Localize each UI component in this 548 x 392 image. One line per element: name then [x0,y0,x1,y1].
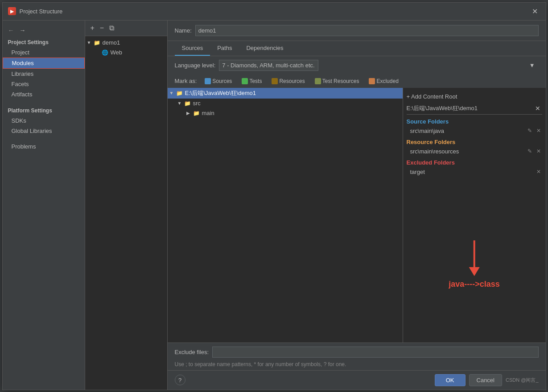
add-content-root-button[interactable]: + Add Content Root [407,91,542,102]
sidebar: ← → Project Settings Project Modules Lib… [3,21,85,390]
source-folder-actions: ✎ ✕ [526,128,542,134]
excluded-folders-title: Excluded Folders [407,156,542,168]
platform-settings-label: Platform Settings [3,105,85,116]
file-expand-arrow-src: ▼ [177,101,184,106]
source-folder-path: src\main\java [410,128,445,134]
file-tree-node-main[interactable]: ▶ 📁 main [168,108,403,118]
file-tree-label-demo1: E:\后端\JavaWeb\狂\demo1 [185,89,256,97]
test-resources-icon [315,78,321,84]
right-panel: Name: Sources Paths Dependencies Languag… [168,21,546,390]
cancel-button[interactable]: Cancel [469,374,502,386]
info-panel: + Add Content Root E:\后端\JavaWeb\狂\demo1… [403,88,546,342]
expand-arrow-demo1: ▼ [87,40,93,45]
content-root-path: E:\后端\JavaWeb\狂\demo1 [407,104,478,112]
tree-node-demo1[interactable]: ▼ 📁 demo1 [85,38,167,48]
file-tree: ▼ 📁 E:\后端\JavaWeb\狂\demo1 ▼ 📁 src ▶ 📁 ma… [168,88,403,342]
resource-folder-item: src\main\resources ✎ ✕ [407,147,542,156]
ok-button[interactable]: OK [435,374,466,386]
bottom-bar: ? OK Cancel CSDN @闲言_ [168,370,546,390]
copy-button[interactable]: ⧉ [107,23,116,33]
title-bar: ▶ Project Structure ✕ [3,3,546,21]
file-expand-arrow-demo1: ▼ [169,91,176,95]
tree-node-web[interactable]: 🌐 Web [85,48,167,58]
project-structure-dialog: ▶ Project Structure ✕ ← → Project Settin… [2,2,546,390]
edit-resource-folder-button[interactable]: ✎ [526,148,533,154]
app-icon: ▶ [8,7,16,15]
tests-icon [242,78,248,84]
tree-label-demo1: demo1 [103,39,120,46]
tree-label-web: Web [111,49,123,56]
tabs-row: Sources Paths Dependencies [168,41,546,56]
sidebar-item-artifacts[interactable]: Artifacts [3,89,85,99]
web-icon: 🌐 [101,49,109,56]
file-tree-label-main: main [202,110,214,116]
mark-test-resources-button[interactable]: Test Resources [311,77,363,85]
content-split: ▼ 📁 E:\后端\JavaWeb\狂\demo1 ▼ 📁 src ▶ 📁 ma… [168,88,546,342]
content-root-close-button[interactable]: ✕ [533,105,542,112]
forward-button[interactable]: → [18,26,28,35]
help-button[interactable]: ? [175,375,185,385]
language-select[interactable]: 7 - Diamonds, ARM, multi-catch etc. [219,60,318,71]
sidebar-item-problems[interactable]: Problems [3,141,85,152]
sidebar-item-global-libraries[interactable]: Global Libraries [3,126,85,136]
remove-source-folder-button[interactable]: ✕ [535,128,542,134]
module-tree: ▼ 📁 demo1 🌐 Web [85,36,167,390]
main-content: ← → Project Settings Project Modules Lib… [3,21,546,390]
mark-as-label: Mark as: [175,78,197,84]
excluded-icon [369,78,375,84]
left-panel: + − ⧉ ▼ 📁 demo1 🌐 Web [85,21,168,390]
arrow-annotation: java---->class [449,240,500,289]
file-folder-icon-main: 📁 [193,110,201,117]
back-button[interactable]: ← [6,26,16,35]
file-tree-node-demo1[interactable]: ▼ 📁 E:\后端\JavaWeb\狂\demo1 [168,88,403,99]
sidebar-item-sdks[interactable]: SDKs [3,116,85,126]
folder-icon-demo1: 📁 [93,39,101,46]
remove-resource-folder-button[interactable]: ✕ [535,148,542,154]
content-root-header: E:\后端\JavaWeb\狂\demo1 ✕ [407,102,542,115]
file-tree-node-src[interactable]: ▼ 📁 src [168,99,403,108]
name-row: Name: [168,21,546,41]
sidebar-item-project[interactable]: Project [3,47,85,58]
exclude-files-hint: Use ; to separate name patterns, * for a… [168,361,546,370]
mark-resources-button[interactable]: Resources [268,77,308,85]
tab-dependencies[interactable]: Dependencies [239,41,290,56]
add-button[interactable]: + [89,23,96,33]
tree-toolbar: + − ⧉ [85,21,167,36]
annotation-text: java---->class [449,280,500,289]
select-arrow-icon: ▼ [529,62,535,69]
file-folder-icon-src: 📁 [184,100,192,107]
sidebar-item-libraries[interactable]: Libraries [3,69,85,79]
edit-source-folder-button[interactable]: ✎ [526,128,533,134]
name-label: Name: [175,27,192,34]
sidebar-item-modules[interactable]: Modules [3,58,85,69]
tab-sources[interactable]: Sources [175,41,210,56]
mark-tests-button[interactable]: Tests [238,77,265,85]
tab-paths[interactable]: Paths [210,41,239,56]
excluded-folder-item: target ✕ [407,168,542,176]
resources-icon [272,78,278,84]
window-title: Project Structure [20,8,63,15]
close-button[interactable]: ✕ [529,6,540,17]
nav-row: ← → [3,24,85,37]
exclude-files-input[interactable] [212,347,538,358]
name-input[interactable] [195,25,539,36]
language-label: Language level: [175,62,216,69]
resource-folder-path: src\main\resources [410,148,459,155]
mark-excluded-button[interactable]: Excluded [365,77,402,85]
mark-as-row: Mark as: Sources Tests Resources Test Re… [168,74,546,88]
file-tree-label-src: src [193,100,201,107]
mark-sources-button[interactable]: Sources [201,77,235,85]
language-row: Language level: 7 - Diamonds, ARM, multi… [168,56,546,74]
bottom-right: OK Cancel CSDN @闲言_ [435,374,539,386]
excluded-folder-path: target [410,169,425,175]
exclude-files-row: Exclude files: [168,342,546,361]
file-expand-arrow-main: ▶ [186,111,193,116]
arrow-head-icon [469,267,479,276]
excluded-folder-actions: ✕ [535,169,542,175]
remove-button[interactable]: − [98,23,106,33]
file-folder-icon-demo1: 📁 [176,90,184,97]
resource-folders-title: Resource Folders [407,135,542,147]
sidebar-item-facets[interactable]: Facets [3,79,85,89]
arrow-stem [473,240,475,267]
remove-excluded-folder-button[interactable]: ✕ [535,169,542,175]
